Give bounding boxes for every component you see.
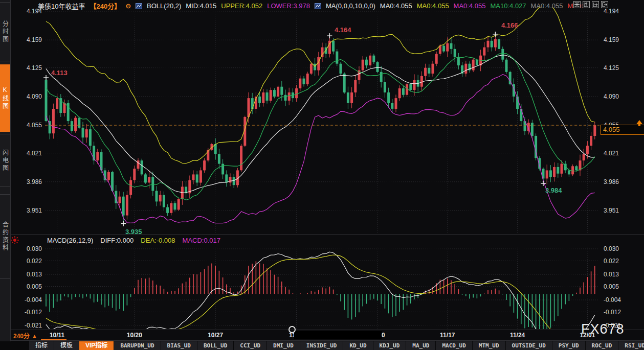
macd-axis-label-left: -0.012 (10, 309, 42, 316)
macd-axis-label-right: -0.012 (604, 309, 639, 316)
indicator-tab[interactable]: OUTSIDE_UD (506, 341, 552, 350)
chart-application: 分时图K线图闪电图合约资料 美债10年收益率 【240分】 ⊖ BOLL(20,… (0, 0, 644, 350)
indicator-tab[interactable]: MTM_UD (473, 341, 506, 350)
macd-axis-label-right: 0.022 (604, 258, 639, 265)
view-mode-sidebar: 分时图K线图闪电图合约资料 (0, 0, 11, 350)
indicator-tab-bar: 指标模板VIP指标BARUPDN_UDBIAS_UDBOLL_UDCCI_UDD… (29, 341, 644, 350)
ma-value-chip: MA0:4.055 (454, 2, 486, 10)
price-axis-label-right: 4.159 (604, 36, 639, 43)
tabbar-separator (10, 340, 644, 341)
macd-axis-label-right: 0.030 (604, 245, 639, 252)
macd-diff-value: DIFF:0.000 (100, 237, 134, 244)
price-axis-label-right: 4.194 (604, 8, 639, 15)
indicator-tab[interactable]: INSIDE_UD (300, 341, 344, 350)
macd-macd-value: MACD:0.017 (183, 237, 220, 244)
indicator-tab[interactable]: DMI_UD (267, 341, 300, 350)
price-axis-label-left: 3.951 (10, 207, 42, 214)
date-axis-label: 10/11 (42, 332, 73, 339)
brand-watermark: FX678 (581, 321, 625, 337)
crosshair-move-icon[interactable] (573, 1, 581, 8)
sidebar-item-2[interactable]: K线图 (0, 64, 10, 132)
axis-separator (10, 330, 644, 330)
price-axis-label-left: 4.125 (10, 64, 42, 72)
mouse-cursor (288, 326, 296, 333)
macd-axis-label-left: 0.030 (10, 245, 42, 252)
indicator-tab[interactable]: ROC_UD (586, 341, 619, 350)
ma-value-chip: MA0:4.055 (531, 2, 563, 10)
price-chart-canvas[interactable] (0, 0, 644, 350)
macd-axis-label-right: 0.005 (604, 283, 639, 290)
ma-mini-chart-icon[interactable] (315, 3, 321, 9)
boll-lower-value: LOWER:3.978 (267, 2, 310, 10)
price-extreme-annotation: 3.984 (545, 186, 562, 194)
sidebar-item-1[interactable]: 分时图 (0, 2, 10, 61)
indicator-tab[interactable]: BOLL_UD (197, 341, 234, 350)
price-axis-label-left: 4.021 (10, 150, 42, 157)
indicator-tab[interactable]: KD_UD (343, 341, 373, 350)
axis-zoom-right-icon[interactable] (592, 1, 599, 8)
sidebar-item-label: 合约资料 (1, 221, 10, 252)
boll-mid-value: MID:4.015 (186, 2, 216, 10)
price-axis-label-left: 4.159 (10, 36, 42, 43)
period-text: 240分 (13, 333, 30, 340)
indicator-tab[interactable]: MA_UD (406, 341, 436, 350)
indicator-tab[interactable]: BARUPDN_UD (114, 341, 161, 350)
price-extreme-annotation: 4.113 (51, 69, 68, 77)
indicator-tab[interactable]: 模板 (54, 341, 79, 350)
price-axis-label-right: 4.021 (604, 150, 639, 157)
sidebar-item-label: K线图 (1, 86, 10, 110)
indicator-tab[interactable]: VIP指标 (79, 341, 114, 350)
macd-axis-label-left: -0.021 (10, 322, 42, 329)
price-axis-label-left: 4.055 (10, 122, 42, 129)
chart-title: 美债10年收益率 (38, 1, 85, 11)
macd-axis-label-left: -0.004 (10, 296, 42, 304)
macd-axis-label-left: 0.005 (10, 283, 42, 290)
date-axis-label: 11/24 (502, 332, 533, 339)
macd-header: MACD(26,12,9) DIFF:0.000 DEA:-0.008 MACD… (47, 237, 220, 244)
indicator-tab[interactable]: PSY_UD (552, 341, 586, 350)
ma-params-label: MA(0,0,0,10,0,0) (326, 2, 375, 10)
indicator-tab[interactable]: 指标 (29, 341, 54, 350)
indicator-tab[interactable]: RSI_UD (618, 341, 644, 350)
period-dropdown-arrow-icon: ▲ (31, 333, 37, 340)
boll-upper-value: UPPER:4.052 (221, 2, 262, 10)
ma-value-chip: MA10:4.027 (490, 2, 526, 10)
sidebar-item-label: 闪电图 (1, 149, 10, 172)
macd-axis-label-right: -0.004 (604, 296, 639, 304)
price-extreme-annotation: 3.935 (125, 228, 142, 236)
price-axis-label-right: 4.125 (604, 64, 639, 72)
indicator-tab[interactable]: BIAS_UD (161, 341, 197, 350)
collapse-indicator-icon[interactable]: ⊖ (125, 2, 131, 10)
period-selector[interactable]: 240分 ▲ (13, 331, 37, 340)
macd-axis-label-left: 0.022 (10, 258, 42, 265)
panel-separator (10, 234, 644, 235)
price-axis-label-right: 3.951 (604, 207, 639, 214)
price-axis-label-left: 4.090 (10, 93, 42, 100)
sidebar-item-3[interactable]: 闪电图 (0, 134, 10, 187)
export-chart-icon[interactable] (601, 1, 608, 8)
date-axis-label: 11/17 (432, 332, 463, 339)
ma-value-chip: MA0:4.055 (417, 2, 449, 10)
price-alert-arrow-icon[interactable] (635, 120, 643, 127)
date-active-underline (41, 339, 66, 340)
boll-label: BOLL(20,2) (147, 2, 181, 10)
price-extreme-annotation: 4.166 (501, 21, 518, 29)
indicator-tab[interactable]: CCI_UD (234, 341, 267, 350)
macd-params-label: MACD(26,12,9) (47, 237, 93, 244)
price-axis-label-right: 4.090 (604, 93, 639, 100)
ma-value-chip: MA0:4.055 (380, 2, 412, 10)
macd-axis-label-right: 0.013 (604, 271, 639, 278)
price-axis-label-left: 4.194 (10, 8, 42, 15)
sidebar-item-4[interactable]: 合约资料 (0, 194, 10, 279)
period-tag: 【240分】 (90, 1, 121, 11)
macd-dea-value: DEA:-0.008 (141, 237, 175, 244)
macd-axis-label-left: 0.013 (10, 271, 42, 278)
boll-mini-chart-icon[interactable] (136, 3, 142, 9)
date-axis-label: 10/20 (119, 332, 150, 339)
ma-values: MA0:4.055MA0:4.055MA0:4.055MA10:4.027MA0… (380, 2, 583, 10)
price-axis-label-left: 3.986 (10, 178, 42, 185)
date-axis-overlay-box (294, 331, 382, 339)
indicator-tab[interactable]: MACD_UD (436, 341, 472, 350)
axis-zoom-up-icon[interactable] (583, 1, 590, 8)
indicator-tab[interactable]: KDJ_UD (373, 341, 407, 350)
